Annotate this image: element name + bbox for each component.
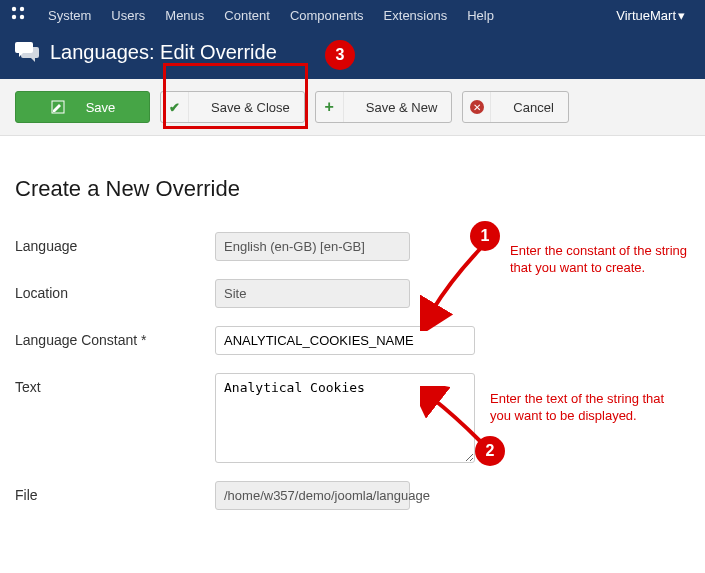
text-label: Text <box>15 373 215 463</box>
cancel-button[interactable]: ✕ Cancel <box>462 91 568 123</box>
annotation-badge-3: 3 <box>325 40 355 70</box>
comments-icon <box>14 40 40 65</box>
file-label: File <box>15 481 215 510</box>
language-label: Language <box>15 232 215 261</box>
joomla-icon <box>10 5 26 25</box>
save-close-button[interactable]: ✔ Save & Close <box>160 91 305 123</box>
pencil-square-icon <box>44 92 72 122</box>
menu-users[interactable]: Users <box>101 8 155 23</box>
page-title: Languages: Edit Override <box>50 41 277 64</box>
plus-icon: + <box>316 92 344 122</box>
caret-down-icon: ▾ <box>678 8 685 23</box>
save-new-label: Save & New <box>352 100 452 115</box>
location-value: Site <box>215 279 410 308</box>
page-heading: Create a New Override <box>15 176 690 202</box>
row-location: Location Site <box>15 279 690 308</box>
constant-label: Language Constant * <box>15 326 215 355</box>
menu-virtuemart-label: VirtueMart <box>616 8 676 23</box>
menu-content[interactable]: Content <box>214 8 280 23</box>
file-value: /home/w357/demo/joomla/language <box>215 481 410 510</box>
menu-virtuemart[interactable]: VirtueMart▾ <box>606 8 695 23</box>
save-new-button[interactable]: + Save & New <box>315 91 453 123</box>
annotation-text-2: Enter the text of the string that you wa… <box>490 391 680 425</box>
svg-point-0 <box>12 7 16 11</box>
row-constant: Language Constant * <box>15 326 690 355</box>
text-input[interactable] <box>215 373 475 463</box>
toolbar: Save ✔ Save & Close + Save & New ✕ Cance… <box>0 79 705 136</box>
menu-help[interactable]: Help <box>457 8 504 23</box>
location-label: Location <box>15 279 215 308</box>
constant-input[interactable] <box>215 326 475 355</box>
save-label: Save <box>80 100 122 115</box>
svg-point-1 <box>20 7 24 11</box>
cancel-icon: ✕ <box>463 92 491 122</box>
titlebar: Languages: Edit Override 3 <box>0 30 705 79</box>
cancel-label: Cancel <box>499 100 567 115</box>
language-value: English (en-GB) [en-GB] <box>215 232 410 261</box>
row-file: File /home/w357/demo/joomla/language <box>15 481 690 510</box>
annotation-text-1: Enter the constant of the string that yo… <box>510 243 700 277</box>
menu-components[interactable]: Components <box>280 8 374 23</box>
svg-point-3 <box>20 15 24 19</box>
menu-menus[interactable]: Menus <box>155 8 214 23</box>
save-button[interactable]: Save <box>15 91 150 123</box>
check-icon: ✔ <box>161 92 189 122</box>
content: Create a New Override Language English (… <box>0 136 705 558</box>
menu-extensions[interactable]: Extensions <box>374 8 458 23</box>
menubar: System Users Menus Content Components Ex… <box>0 0 705 30</box>
svg-point-2 <box>12 15 16 19</box>
save-close-label: Save & Close <box>197 100 304 115</box>
menu-system[interactable]: System <box>38 8 101 23</box>
